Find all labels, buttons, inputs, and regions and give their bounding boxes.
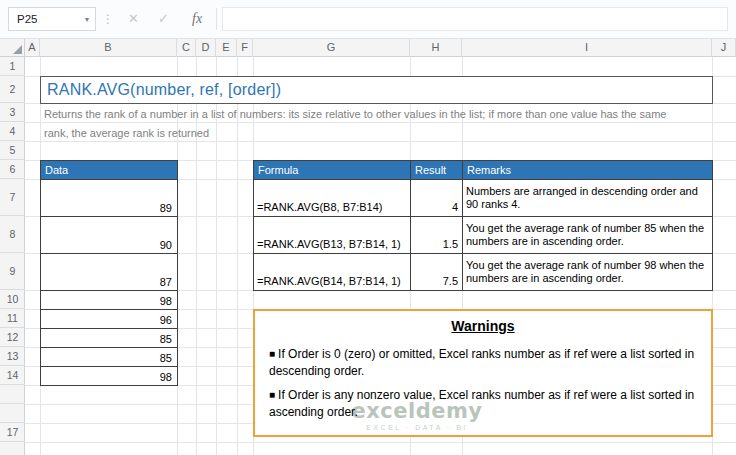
formula-cell[interactable]: =RANK.AVG(B14, B7:B14, 1): [253, 253, 411, 291]
formula-cell[interactable]: =RANK.AVG(B8, B7:B14): [253, 179, 411, 217]
row-header-17[interactable]: 17: [0, 423, 25, 442]
result-column-header-cell[interactable]: Result: [410, 160, 463, 180]
cancel-icon[interactable]: ✕: [128, 0, 139, 38]
column-headers: ABCDEFGHIJ: [0, 38, 736, 57]
select-all-corner[interactable]: [0, 38, 25, 57]
row-header-8[interactable]: 8: [0, 216, 25, 253]
data-column-header-cell[interactable]: Data: [40, 160, 178, 180]
insert-function-icon[interactable]: fx: [192, 0, 202, 38]
warning-item: ■If Order is any nonzero value, Excel ra…: [269, 387, 699, 421]
remark-cell[interactable]: You get the average rank of number 85 wh…: [462, 216, 713, 254]
row-header-3[interactable]: 3: [0, 103, 25, 122]
formula-cell[interactable]: =RANK.AVG(B13, B7:B14, 1): [253, 216, 411, 254]
name-box-dropdown-icon[interactable]: ▾: [85, 15, 89, 24]
warnings-box[interactable]: exceldemy EXCEL · DATA · BI Warnings ■If…: [253, 309, 713, 437]
data-cell[interactable]: 85: [40, 347, 178, 367]
column-header-A[interactable]: A: [25, 38, 40, 57]
data-cell[interactable]: 90: [40, 216, 178, 254]
row-header-6[interactable]: 6: [0, 160, 25, 179]
row-header-7[interactable]: 7: [0, 179, 25, 216]
row-header-4[interactable]: 4: [0, 122, 25, 141]
name-box-value: P25: [17, 13, 37, 25]
function-title-cell[interactable]: RANK.AVG(number, ref, [order]): [40, 76, 713, 104]
row-header-blank-15[interactable]: [0, 404, 25, 423]
row-header-1[interactable]: 1: [0, 57, 25, 76]
drag-handle-icon: ⋮: [102, 0, 114, 38]
formula-bar-separator: [216, 8, 217, 30]
column-header-D[interactable]: D: [196, 38, 216, 57]
data-cell[interactable]: 96: [40, 309, 178, 329]
row-header-2[interactable]: 2: [0, 76, 25, 103]
bullet-square-icon: ■: [269, 348, 275, 359]
result-cell[interactable]: 7.5: [410, 253, 463, 291]
result-cell[interactable]: 1.5: [410, 216, 463, 254]
warning-text: If Order is 0 (zero) or omitted, Excel r…: [269, 347, 694, 378]
row-header-9[interactable]: 9: [0, 253, 25, 290]
excel-window: P25 ▾ ⋮ ✕ ✓ fx ABCDEFGHIJ 12345678910111…: [0, 0, 736, 455]
remarks-column-header-cell[interactable]: Remarks: [462, 160, 713, 180]
row-header-14[interactable]: 14: [0, 366, 25, 385]
formula-column-header-cell[interactable]: Formula: [253, 160, 411, 180]
formula-input[interactable]: [222, 7, 728, 31]
column-header-G[interactable]: G: [253, 38, 410, 57]
formula-bar: P25 ▾ ⋮ ✕ ✓ fx: [0, 0, 736, 39]
column-header-B[interactable]: B: [40, 38, 177, 57]
column-header-H[interactable]: H: [410, 38, 462, 57]
data-cell[interactable]: 85: [40, 328, 178, 348]
data-cell[interactable]: 98: [40, 366, 178, 386]
enter-icon[interactable]: ✓: [158, 0, 169, 38]
data-cell[interactable]: 89: [40, 179, 178, 217]
data-cell[interactable]: 98: [40, 290, 178, 310]
watermark-tagline: EXCEL · DATA · BI: [327, 424, 507, 431]
data-cell[interactable]: 87: [40, 253, 178, 291]
row-header-blank-14[interactable]: [0, 385, 25, 404]
row-headers: 123456789101112131417: [0, 57, 25, 455]
column-header-E[interactable]: E: [216, 38, 237, 57]
row-header-10[interactable]: 10: [0, 290, 25, 309]
column-header-I[interactable]: I: [462, 38, 712, 57]
sheet-grid: RANK.AVG(number, ref, [order]) Returns t…: [0, 0, 736, 455]
warning-item: ■If Order is 0 (zero) or omitted, Excel …: [269, 346, 699, 380]
remark-cell[interactable]: You get the average rank of number 98 wh…: [462, 253, 713, 291]
result-cell[interactable]: 4: [410, 179, 463, 217]
warning-text: If Order is any nonzero value, Excel ran…: [269, 388, 694, 419]
column-header-C[interactable]: C: [177, 38, 196, 57]
warnings-title: Warnings: [255, 318, 711, 334]
function-description[interactable]: Returns the rank of a number in a list o…: [44, 105, 672, 142]
bullet-square-icon: ■: [269, 389, 275, 400]
name-box[interactable]: P25 ▾: [8, 7, 96, 31]
row-header-13[interactable]: 13: [0, 347, 25, 366]
gridline: [25, 442, 736, 443]
select-all-triangle-icon: [13, 45, 22, 54]
column-header-F[interactable]: F: [237, 38, 253, 57]
row-header-11[interactable]: 11: [0, 309, 25, 328]
row-header-5[interactable]: 5: [0, 141, 25, 160]
remark-cell[interactable]: Numbers are arranged in descending order…: [462, 179, 713, 217]
row-header-12[interactable]: 12: [0, 328, 25, 347]
column-header-J[interactable]: J: [712, 38, 736, 57]
